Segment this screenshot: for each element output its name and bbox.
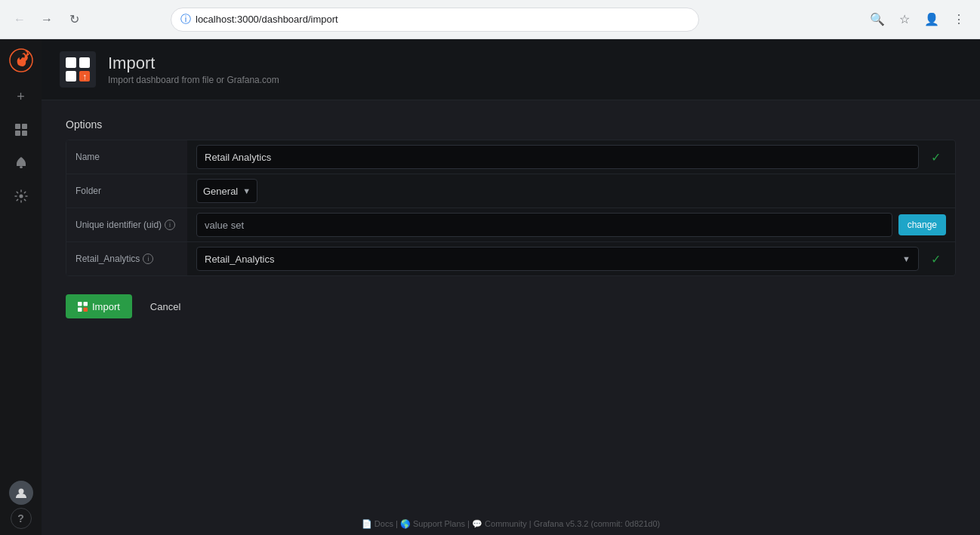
account-button[interactable]: 👤	[920, 8, 944, 32]
page-title: Import	[108, 54, 279, 73]
grafana-logo-svg	[9, 48, 33, 72]
sidebar: +	[0, 39, 42, 535]
uid-input[interactable]	[196, 213, 892, 237]
page-header: ↑ Import Import dashboard from file or G…	[42, 39, 980, 100]
footer-support-icon: 🌎	[400, 519, 411, 528]
svg-rect-1	[15, 124, 20, 129]
app-footer: 📄 Docs | 🌎 Support Plans | 💬 Community |…	[42, 513, 980, 535]
datasource-select-wrapper: Retail_Analytics ▼	[196, 247, 919, 271]
action-buttons: Import Cancel	[66, 294, 956, 318]
avatar[interactable]	[9, 481, 33, 505]
browser-right-icons: 🔍 ☆ 👤 ⋮	[865, 8, 971, 32]
uid-row: Unique identifier (uid) i change	[66, 208, 955, 242]
folder-select[interactable]: General ▼	[196, 179, 257, 203]
reload-button[interactable]: ↻	[63, 9, 85, 30]
bookmark-button[interactable]: ☆	[892, 8, 917, 32]
name-input[interactable]	[196, 145, 919, 169]
change-button[interactable]: change	[898, 214, 946, 235]
folder-label: Folder	[66, 174, 187, 208]
name-value: ✓	[187, 140, 955, 174]
svg-rect-14	[84, 302, 88, 306]
browser-chrome: ← → ↻ ⓘ localhost:3000/dashboard/import …	[0, 0, 980, 39]
svg-text:↑: ↑	[82, 72, 87, 82]
uid-label: Unique identifier (uid) i	[66, 208, 187, 241]
uid-info-icon[interactable]: i	[165, 220, 175, 230]
main-content: ↑ Import Import dashboard from file or G…	[42, 39, 980, 535]
sidebar-add-button[interactable]: +	[6, 81, 36, 112]
datasource-check-icon: ✓	[925, 248, 946, 269]
import-btn-icon	[78, 302, 88, 312]
menu-button[interactable]: ⋮	[947, 8, 971, 32]
sidebar-dashboards-button[interactable]	[6, 115, 36, 145]
svg-rect-3	[15, 131, 20, 136]
folder-select-arrow-icon: ▼	[242, 186, 251, 195]
address-bar[interactable]: ⓘ localhost:3000/dashboard/import	[171, 8, 699, 32]
datasource-row: Retail_Analytics i Retail_Analytics ▼ ✓	[66, 242, 955, 275]
footer-docs-icon: 📄	[362, 519, 372, 528]
svg-rect-2	[22, 124, 27, 129]
folder-row: Folder General ▼	[66, 174, 955, 208]
grafana-logo[interactable]	[6, 45, 36, 75]
page-header-text: Import Import dashboard from file or Gra…	[108, 54, 279, 85]
forward-button[interactable]: →	[36, 9, 57, 30]
cancel-button[interactable]: Cancel	[141, 294, 190, 318]
svg-point-6	[19, 195, 23, 198]
svg-rect-10	[66, 71, 76, 81]
name-check-icon: ✓	[925, 146, 946, 168]
zoom-button[interactable]: 🔍	[865, 8, 889, 32]
footer-community-link[interactable]: Community	[485, 519, 527, 528]
sidebar-settings-button[interactable]	[6, 181, 36, 211]
svg-rect-9	[79, 57, 90, 68]
sidebar-alerts-button[interactable]	[6, 148, 36, 178]
app-container: +	[0, 39, 980, 535]
datasource-select[interactable]: Retail_Analytics ▼	[196, 247, 919, 271]
security-icon: ⓘ	[180, 13, 191, 26]
content-area: Options Name ✓ Folder	[42, 100, 980, 337]
datasource-info-icon[interactable]: i	[143, 254, 153, 264]
datasource-label: Retail_Analytics i	[66, 242, 187, 275]
name-label: Name	[66, 140, 187, 174]
import-button-label: Import	[92, 301, 120, 312]
footer-support-link[interactable]: Support Plans	[413, 519, 465, 528]
sidebar-help-button[interactable]: ?	[11, 508, 32, 529]
datasource-value: Retail_Analytics ▼ ✓	[187, 242, 955, 275]
sidebar-bottom: ?	[9, 481, 33, 529]
footer-version: Grafana v5.3.2 (commit: 0d821d0)	[534, 519, 661, 528]
name-row: Name ✓	[66, 140, 955, 174]
svg-rect-4	[22, 131, 27, 136]
footer-docs-link[interactable]: Docs	[374, 519, 393, 528]
svg-rect-5	[20, 166, 23, 168]
back-button[interactable]: ←	[9, 9, 30, 30]
page-header-icon: ↑	[60, 51, 96, 88]
import-button[interactable]: Import	[66, 294, 132, 318]
datasource-select-text: Retail_Analytics	[205, 254, 275, 265]
uid-value: change	[187, 208, 955, 241]
form-panel: Name ✓ Folder General ▼	[66, 140, 956, 276]
import-icon-svg: ↑	[63, 54, 93, 85]
svg-rect-15	[78, 307, 82, 312]
folder-select-text: General	[203, 186, 238, 197]
url-text: localhost:3000/dashboard/import	[196, 14, 689, 25]
page-subtitle: Import dashboard from file or Grafana.co…	[108, 75, 279, 85]
svg-point-7	[18, 489, 23, 494]
footer-community-icon: 💬	[472, 519, 482, 528]
options-title: Options	[66, 118, 956, 131]
svg-rect-8	[66, 57, 76, 68]
folder-value: General ▼	[187, 174, 955, 208]
svg-rect-16	[84, 307, 88, 312]
svg-rect-13	[78, 302, 82, 306]
datasource-select-arrow-icon: ▼	[902, 254, 911, 263]
